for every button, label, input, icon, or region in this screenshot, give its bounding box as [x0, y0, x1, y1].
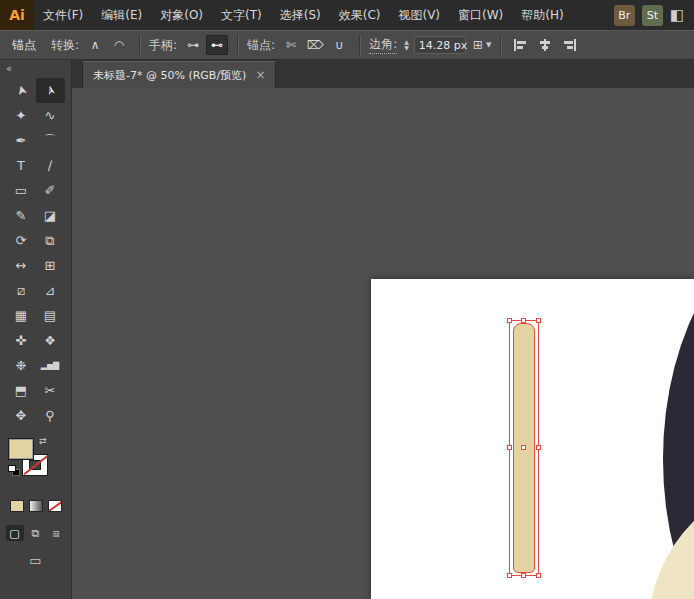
app-logo: Ai: [0, 0, 34, 30]
rectangle-tool[interactable]: ▭: [7, 178, 36, 203]
menu-edit[interactable]: 编辑(E): [92, 0, 151, 30]
eraser-icon: ◪: [44, 208, 56, 223]
selection-bounding-box: [509, 320, 539, 576]
convert-to-smooth-icon[interactable]: ◠: [108, 35, 130, 55]
selection-handle[interactable]: [521, 318, 526, 323]
stepper-down-icon[interactable]: ▼: [404, 45, 409, 51]
slice-tool[interactable]: ✂: [36, 378, 65, 403]
eyedropper-tool[interactable]: ✜: [7, 328, 36, 353]
anchors-group: 锚点: ✄ ⌦ ∪: [244, 35, 353, 55]
eraser-tool[interactable]: ◪: [36, 203, 65, 228]
zoom-icon: ⚲: [45, 408, 55, 423]
menu-view[interactable]: 视图(V): [389, 0, 449, 30]
free-transform-tool[interactable]: ⊞: [36, 253, 65, 278]
selection-handle[interactable]: [536, 573, 541, 578]
screen-mode-button[interactable]: ▭: [21, 551, 51, 569]
show-handles-icon[interactable]: ⊶: [182, 35, 204, 55]
selection-tool[interactable]: ➤: [7, 78, 36, 103]
shape-builder-tool[interactable]: ⧄: [7, 278, 36, 303]
center-anchor-handle[interactable]: [521, 445, 526, 450]
default-fill-stroke-button[interactable]: [8, 465, 22, 477]
corner-radius-field[interactable]: 14.28 px: [414, 36, 466, 54]
corner-options-icon: ⊞: [473, 38, 483, 52]
menu-object[interactable]: 对象(O): [151, 0, 212, 30]
gradient-tool[interactable]: ▤: [36, 303, 65, 328]
symbol-sprayer-tool[interactable]: ❉: [7, 353, 36, 378]
magic-wand-tool[interactable]: ✦: [7, 103, 36, 128]
convert-to-corner-icon[interactable]: ∧: [84, 35, 106, 55]
connect-endpoints-icon[interactable]: ∪: [328, 35, 350, 55]
menu-type[interactable]: 文字(T): [212, 0, 271, 30]
selection-handle[interactable]: [507, 573, 512, 578]
stock-button[interactable]: St: [642, 5, 663, 26]
width-icon: ↔: [16, 258, 27, 273]
hide-handles-icon[interactable]: ⊷: [206, 35, 228, 55]
close-icon[interactable]: ×: [255, 68, 265, 82]
curvature-tool[interactable]: ⌒: [36, 128, 65, 153]
swap-fill-stroke-icon[interactable]: ⇄: [39, 436, 47, 446]
selection-handle[interactable]: [536, 318, 541, 323]
color-button[interactable]: [10, 500, 24, 512]
fill-swatch[interactable]: [8, 438, 34, 460]
magic-wand-icon: ✦: [16, 108, 27, 123]
pencil-tool[interactable]: ✎: [7, 203, 36, 228]
corner-stepper[interactable]: ▲ ▼: [404, 39, 409, 51]
lasso-tool[interactable]: ∿: [36, 103, 65, 128]
cut-path-icon[interactable]: ✄: [280, 35, 302, 55]
selection-handle[interactable]: [507, 445, 512, 450]
align-center-icon: [538, 39, 552, 51]
align-left-button[interactable]: [507, 35, 532, 55]
perspective-grid-tool[interactable]: ⊿: [36, 278, 65, 303]
mesh-tool[interactable]: ▦: [7, 303, 36, 328]
paintbrush-tool[interactable]: ✐: [36, 178, 65, 203]
draw-behind-button[interactable]: ⧉: [27, 525, 45, 541]
zoom-tool[interactable]: ⚲: [36, 403, 65, 428]
corner-link[interactable]: 边角:: [369, 36, 397, 54]
width-tool[interactable]: ↔: [7, 253, 36, 278]
hand-tool[interactable]: ✥: [7, 403, 36, 428]
draw-normal-button[interactable]: ▢: [6, 525, 24, 541]
line-segment-tool[interactable]: ∕: [36, 153, 65, 178]
align-right-button[interactable]: [557, 35, 582, 55]
selection-handle[interactable]: [507, 318, 512, 323]
rotate-icon: ⟳: [16, 233, 27, 248]
corner-options-dropdown[interactable]: ⊞ ▼: [473, 38, 491, 52]
artboard-tool-icon: ⬒: [15, 383, 27, 398]
artboard[interactable]: [371, 279, 694, 599]
document-tab-title: 未标题-7* @ 50% (RGB/预览): [93, 68, 246, 83]
selection-handle[interactable]: [536, 445, 541, 450]
document-tab[interactable]: 未标题-7* @ 50% (RGB/预览) ×: [82, 61, 276, 88]
collapse-panel-button[interactable]: «: [0, 60, 18, 76]
type-tool[interactable]: T: [7, 153, 36, 178]
workspace-switcher-icon[interactable]: ◧: [670, 6, 684, 24]
shape-builder-icon: ⧄: [17, 283, 25, 299]
pen-tool[interactable]: ✒: [7, 128, 36, 153]
align-center-button[interactable]: [532, 35, 557, 55]
column-graph-tool[interactable]: ▂▅▇: [36, 353, 65, 378]
artboard-tool[interactable]: ⬒: [7, 378, 36, 403]
rotate-tool[interactable]: ⟳: [7, 228, 36, 253]
direct-selection-tool[interactable]: ➢: [36, 78, 65, 103]
slice-icon: ✂: [45, 383, 56, 398]
gradient-button[interactable]: [29, 500, 43, 512]
blend-tool[interactable]: ❖: [36, 328, 65, 353]
gradient-icon: ▤: [44, 308, 56, 323]
paint-mode-row: [10, 500, 62, 512]
menubar-right: Br St ◧: [614, 5, 694, 26]
scale-tool[interactable]: ⧉: [36, 228, 65, 253]
canvas[interactable]: [72, 88, 694, 599]
menu-file[interactable]: 文件(F): [34, 0, 92, 30]
curvature-icon: ⌒: [44, 132, 57, 150]
menu-select[interactable]: 选择(S): [271, 0, 330, 30]
chevron-down-icon: ▼: [486, 41, 491, 49]
none-button[interactable]: [48, 500, 62, 512]
remove-anchor-icon[interactable]: ⌦: [304, 35, 326, 55]
bridge-button[interactable]: Br: [614, 5, 635, 26]
draw-inside-button[interactable]: ⧈: [48, 525, 66, 541]
control-panel-label: 锚点: [0, 37, 48, 54]
menu-window[interactable]: 窗口(W): [449, 0, 512, 30]
menu-effect[interactable]: 效果(C): [330, 0, 390, 30]
selection-handle[interactable]: [521, 573, 526, 578]
menu-help[interactable]: 帮助(H): [512, 0, 572, 30]
scale-icon: ⧉: [45, 233, 54, 249]
